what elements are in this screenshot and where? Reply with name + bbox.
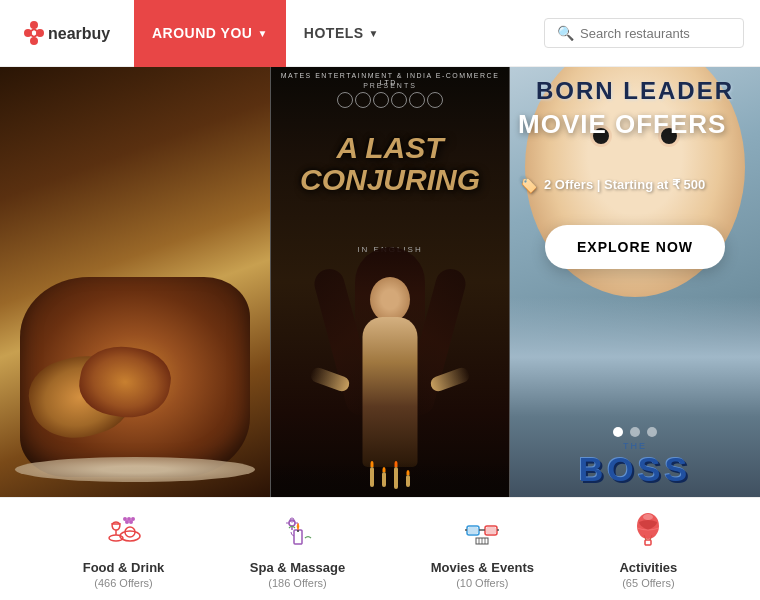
movie-title: A LAST CONJURING	[271, 132, 509, 195]
awards-row	[276, 92, 504, 108]
movies-events-icon	[463, 510, 501, 554]
svg-rect-31	[468, 527, 478, 534]
tag-icon: 🏷️	[518, 175, 538, 194]
search-input[interactable]	[580, 26, 731, 41]
around-you-chevron-icon: ▼	[257, 28, 267, 39]
slider-dot-2[interactable]	[630, 427, 640, 437]
svg-rect-37	[645, 540, 651, 545]
food-drink-name: Food & Drink	[83, 560, 165, 575]
svg-text:nearbuy: nearbuy	[48, 25, 110, 42]
spa-massage-name: Spa & Massage	[250, 560, 345, 575]
movie-offers-label: MOVIE OFFERS	[518, 111, 752, 137]
movies-events-name: Movies & Events	[431, 560, 534, 575]
categories-row: Food & Drink (466 Offers)	[0, 497, 760, 600]
food-drink-offers: (466 Offers)	[94, 577, 153, 589]
food-drink-icon	[105, 510, 143, 554]
category-movies-events[interactable]: Movies & Events (10 Offers)	[431, 510, 534, 589]
header: nearbuy AROUND YOU ▼ HOTELS ▼ 🔍	[0, 0, 760, 67]
movie-presents: PRESENTS	[271, 82, 509, 89]
svg-point-16	[123, 517, 127, 521]
movie-figure	[320, 257, 460, 497]
movies-events-offers: (10 Offers)	[456, 577, 508, 589]
hotels-chevron-icon: ▼	[369, 28, 379, 39]
hero-movie-panel: MATES ENTERTAINMENT & INDIA E-COMMERCE L…	[270, 67, 510, 497]
slider-dot-3[interactable]	[647, 427, 657, 437]
activities-icon	[629, 510, 667, 554]
spa-massage-offers: (186 Offers)	[268, 577, 327, 589]
activities-name: Activities	[619, 560, 677, 575]
activities-offers: (65 Offers)	[622, 577, 674, 589]
svg-point-15	[127, 517, 131, 521]
nav-hotels[interactable]: HOTELS ▼	[286, 0, 397, 67]
hero-banner: MATES ENTERTAINMENT & INDIA E-COMMERCE L…	[0, 67, 760, 497]
search-bar[interactable]: 🔍	[544, 18, 744, 48]
svg-point-3	[30, 37, 38, 45]
category-spa-massage[interactable]: Spa & Massage (186 Offers)	[250, 510, 345, 589]
hero-offers-panel: BOSS THE BORN LEADER MOVIE OFFERS 🏷️ 2 O…	[510, 67, 760, 497]
offers-badge: 🏷️ 2 Offers | Starting at ₹ 500	[518, 175, 752, 194]
hero-food-panel	[0, 67, 270, 497]
search-icon: 🔍	[557, 25, 574, 41]
svg-point-11	[120, 531, 140, 541]
boss-sub: THE	[510, 441, 760, 451]
slider-dots	[613, 427, 657, 437]
explore-now-button[interactable]: EXPLORE NOW	[545, 225, 725, 269]
svg-point-17	[131, 517, 135, 521]
svg-point-41	[643, 514, 653, 520]
logo[interactable]: nearbuy	[16, 13, 126, 53]
svg-point-0	[30, 21, 38, 29]
svg-point-20	[297, 526, 299, 528]
svg-rect-32	[486, 527, 496, 534]
spa-massage-icon	[279, 510, 317, 554]
svg-rect-18	[294, 530, 302, 544]
category-food-drink[interactable]: Food & Drink (466 Offers)	[83, 510, 165, 589]
nav-around-you[interactable]: AROUND YOU ▼	[134, 0, 286, 67]
category-activities[interactable]: Activities (65 Offers)	[619, 510, 677, 589]
slider-dot-1[interactable]	[613, 427, 623, 437]
boss-logo: BOSS	[510, 450, 760, 489]
born-leader-text: BORN LEADER	[510, 77, 760, 105]
